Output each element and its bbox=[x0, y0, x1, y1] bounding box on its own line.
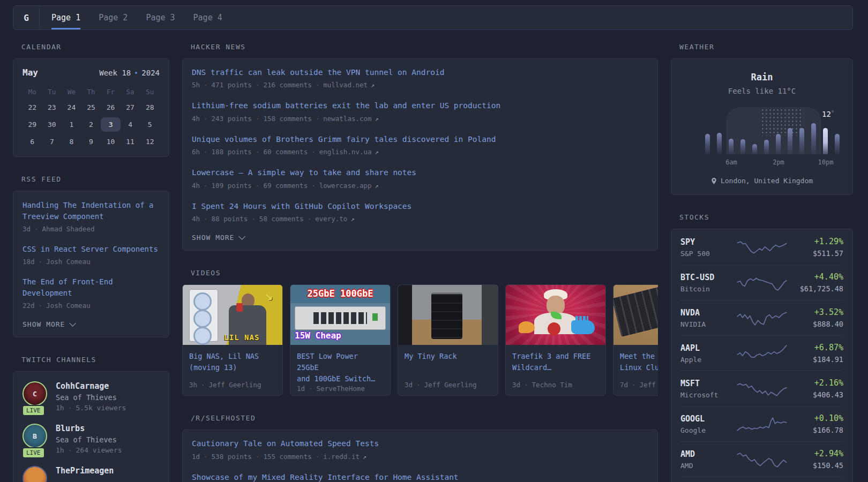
weather-condition: Rain bbox=[680, 72, 843, 82]
rss-age: 3d bbox=[23, 225, 31, 233]
hn-item: Lithium-free sodium batteries exit the l… bbox=[192, 100, 648, 122]
external-link-icon: ↗ bbox=[371, 81, 375, 89]
calendar-day: 27 bbox=[121, 100, 140, 115]
twitch-section-title: TWITCH CHANNELS bbox=[21, 356, 169, 364]
hn-show-more-button[interactable]: SHOW MORE bbox=[192, 234, 648, 242]
stock-sparkline bbox=[736, 310, 788, 327]
stock-row-rddt[interactable]: RDDT -1.65% bbox=[680, 477, 843, 482]
reddit-comments[interactable]: 155 comments bbox=[252, 453, 312, 461]
weather-card: Rain Feels like 11°C 12° 6am 2pm 10pm Lo… bbox=[671, 58, 853, 195]
hn-link[interactable]: Unique volumes of Brothers Grimm fairy t… bbox=[192, 133, 496, 145]
twitch-channel-row[interactable]: C LIVE CohhCarnage Sea of Thieves 1h5.5k… bbox=[23, 381, 160, 412]
hn-domain[interactable]: every.to bbox=[304, 215, 348, 223]
stock-row-spy[interactable]: SPY S&P 500 +1.29% $511.57 bbox=[680, 230, 843, 265]
video-thumbnail[interactable] bbox=[506, 285, 605, 345]
video-card[interactable]: 25GbE 100GbE 15W Cheap BEST Low Power 25… bbox=[290, 284, 391, 396]
video-title-link[interactable]: My Tiny Rack bbox=[405, 351, 491, 362]
tab-page-1[interactable]: Page 1 bbox=[51, 6, 80, 29]
video-card[interactable]: FA Meet the Linux Clu 7dJeff Geerling bbox=[613, 284, 658, 396]
cohhcarnage-avatar: C bbox=[23, 381, 47, 406]
video-author[interactable]: ServeTheHome bbox=[305, 385, 365, 393]
hn-comments[interactable]: 216 comments bbox=[252, 81, 312, 89]
hn-comments[interactable]: 58 comments bbox=[248, 215, 303, 223]
weather-bar-chart bbox=[705, 123, 840, 154]
twitch-widget: TWITCH CHANNELS C LIVE CohhCarnage Sea o… bbox=[13, 356, 169, 482]
video-author[interactable]: Jeff Geerling bbox=[413, 381, 476, 389]
tab-page-3[interactable]: Page 3 bbox=[146, 6, 175, 29]
twitch-channel-name[interactable]: Blurbs bbox=[56, 424, 122, 433]
stock-row-btc[interactable]: BTC-USD Bitcoin +4.40% $61,725.48 bbox=[680, 265, 843, 300]
hn-link[interactable]: I Spent 24 Hours with GitHub Copilot Wor… bbox=[192, 200, 411, 212]
tab-page-2[interactable]: Page 2 bbox=[99, 6, 128, 29]
stock-name: Bitcoin bbox=[680, 285, 736, 293]
stock-price: $150.45 bbox=[788, 461, 843, 470]
hn-link[interactable]: Lithium-free sodium batteries exit the l… bbox=[192, 100, 500, 111]
calendar-week: Week 18 2024 bbox=[99, 69, 160, 77]
video-author[interactable]: Jeff Geerling bbox=[628, 381, 658, 389]
video-card[interactable]: Traefik 3 and FREE Wildcard… 3dTechno Ti… bbox=[505, 284, 606, 396]
hn-comments[interactable]: 60 comments bbox=[252, 148, 308, 156]
weather-bar bbox=[835, 134, 840, 154]
stock-row-msft[interactable]: MSFT Microsoft +2.16% $406.43 bbox=[680, 371, 843, 406]
video-thumbnail[interactable]: ↘ LIL NAS bbox=[183, 285, 282, 345]
hn-link[interactable]: Lowercase – A simple way to take and sha… bbox=[192, 167, 416, 178]
hn-domain[interactable]: newatlas.com bbox=[312, 115, 372, 123]
video-thumbnail[interactable]: 25GbE 100GbE 15W Cheap bbox=[290, 285, 390, 345]
hn-meta: 4h88 points58 commentsevery.to↗ bbox=[192, 215, 648, 223]
reddit-domain[interactable]: i.redd.it bbox=[312, 453, 360, 461]
calendar-day: 4 bbox=[121, 117, 140, 132]
time-label: 6am bbox=[725, 159, 737, 166]
stock-row-aapl[interactable]: AAPL Apple +6.87% $184.91 bbox=[680, 335, 843, 371]
rss-meta: 22dJosh Comeau bbox=[23, 302, 160, 310]
docker-whale-art bbox=[571, 320, 595, 334]
rss-link[interactable]: Handling The Indentation of a Treeview C… bbox=[23, 200, 160, 222]
video-title-link[interactable]: Big NAS, Lil NAS (moving 13) bbox=[189, 351, 276, 373]
video-thumbnail[interactable] bbox=[398, 285, 498, 345]
hn-age: 6h bbox=[192, 148, 200, 156]
video-card[interactable]: ↘ LIL NAS Big NAS, Lil NAS (moving 13) 3… bbox=[182, 284, 283, 396]
rss-show-more-button[interactable]: SHOW MORE bbox=[23, 320, 160, 328]
reddit-link[interactable]: Cautionary Tale on Automated Speed Tests bbox=[192, 438, 379, 449]
twitch-channel-row[interactable]: B LIVE Blurbs Sea of Thieves 1h264 viewe… bbox=[23, 424, 160, 454]
tab-page-4[interactable]: Page 4 bbox=[193, 6, 222, 29]
rss-link[interactable]: The End of Front-End Development bbox=[23, 276, 160, 299]
twitch-channel-row[interactable]: ThePrimeagen bbox=[23, 466, 160, 482]
calendar-weekday: Su bbox=[140, 86, 160, 97]
twitch-channel-name[interactable]: ThePrimeagen bbox=[56, 466, 114, 476]
stock-change: +6.87% bbox=[788, 343, 843, 352]
stock-row-nvda[interactable]: NVDA NVIDIA +3.52% $888.40 bbox=[680, 300, 843, 335]
hn-comments[interactable]: 158 comments bbox=[252, 115, 312, 123]
hn-link[interactable]: DNS traffic can leak outside the VPN tun… bbox=[192, 66, 444, 78]
video-card[interactable]: My Tiny Rack 3dJeff Geerling bbox=[398, 284, 498, 396]
stock-change: +3.52% bbox=[788, 307, 843, 317]
hn-domain[interactable]: english.nv.ua bbox=[308, 148, 371, 156]
video-title-link[interactable]: BEST Low Power 25GbE and 100GbE Switch… bbox=[297, 351, 384, 385]
calendar-day: 22 bbox=[23, 100, 42, 115]
twitch-channel-name[interactable]: CohhCarnage bbox=[56, 381, 126, 391]
hn-comments[interactable]: 69 comments bbox=[252, 182, 308, 190]
rss-link[interactable]: CSS in React Server Components bbox=[23, 244, 158, 255]
stock-row-googl[interactable]: GOOGL Google +0.10% $166.78 bbox=[680, 406, 843, 441]
stock-name: NVIDIA bbox=[680, 320, 736, 328]
reddit-link[interactable]: Showcase of my Mixed Reality Interface f… bbox=[192, 471, 459, 482]
video-thumbnail[interactable]: FA bbox=[613, 285, 658, 345]
weather-feels-like: Feels like 11°C bbox=[680, 87, 843, 95]
app-logo[interactable]: G bbox=[13, 6, 40, 29]
calendar-weekday: We bbox=[62, 86, 81, 97]
stock-change: +4.40% bbox=[788, 272, 843, 282]
stock-change: +2.16% bbox=[788, 378, 843, 388]
stock-row-amd[interactable]: AMD AMD +2.94% $150.45 bbox=[680, 441, 843, 477]
video-title-link[interactable]: Meet the Linux Clu bbox=[620, 351, 658, 373]
hn-age: 4h bbox=[192, 215, 200, 223]
rss-author: Josh Comeau bbox=[35, 302, 91, 310]
video-author[interactable]: Techno Tim bbox=[520, 381, 572, 389]
time-label: 10pm bbox=[818, 159, 834, 166]
video-title-link[interactable]: Traefik 3 and FREE Wildcard… bbox=[512, 351, 599, 373]
calendar-day: 10 bbox=[101, 134, 121, 149]
stock-symbol: SPY bbox=[680, 237, 736, 247]
video-author[interactable]: Jeff Geerling bbox=[197, 381, 261, 389]
hn-domain[interactable]: mullvad.net bbox=[312, 81, 368, 89]
hn-domain[interactable]: lowercase.app bbox=[308, 182, 371, 190]
stock-sparkline bbox=[736, 451, 788, 468]
video-age: 3h bbox=[189, 381, 197, 389]
